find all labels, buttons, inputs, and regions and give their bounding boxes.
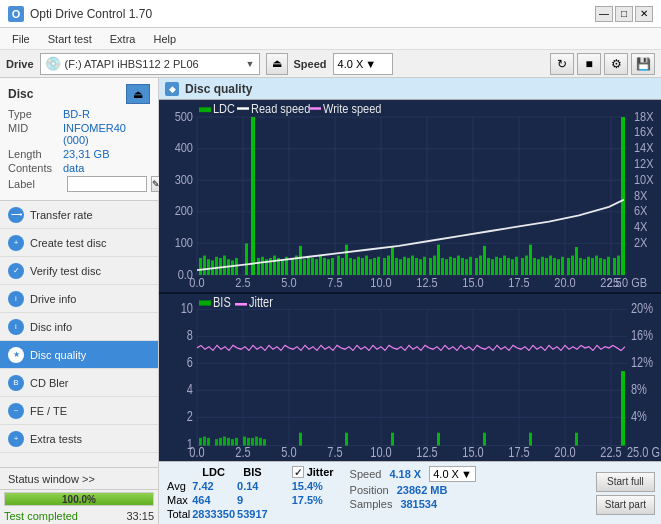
menubar: File Start test Extra Help	[0, 28, 661, 50]
settings-button[interactable]: ⚙	[604, 53, 628, 75]
svg-rect-140	[613, 258, 616, 275]
bis-col-header: BIS	[237, 466, 268, 478]
svg-rect-183	[227, 438, 230, 446]
svg-rect-103	[457, 256, 460, 275]
start-full-button[interactable]: Start full	[596, 472, 655, 492]
create-test-disc-label: Create test disc	[30, 237, 106, 249]
svg-rect-143	[199, 107, 211, 112]
status-window-button[interactable]: Status window >>	[0, 468, 158, 490]
sidebar-item-disc-quality[interactable]: ★ Disc quality	[0, 341, 158, 369]
eject-button[interactable]: ⏏	[266, 53, 288, 75]
svg-rect-123	[541, 257, 544, 275]
label-input[interactable]	[67, 176, 147, 192]
svg-rect-118	[521, 258, 524, 275]
contents-label: Contents	[8, 162, 63, 174]
status-complete-text: Test completed	[4, 510, 78, 522]
maximize-button[interactable]: □	[615, 6, 633, 22]
svg-rect-181	[219, 438, 222, 446]
svg-rect-104	[461, 258, 464, 275]
svg-rect-133	[583, 259, 586, 275]
svg-rect-191	[263, 439, 266, 445]
svg-rect-189	[255, 437, 258, 446]
sidebar: Disc ⏏ Type BD-R MID INFOMER40 (000) Len…	[0, 78, 159, 524]
sidebar-item-disc-info[interactable]: i Disc info	[0, 313, 158, 341]
svg-text:20.0: 20.0	[554, 445, 575, 461]
svg-rect-136	[595, 256, 598, 275]
svg-text:4%: 4%	[631, 409, 647, 425]
svg-rect-93	[415, 258, 418, 275]
svg-rect-68	[311, 258, 314, 275]
menu-start-test[interactable]: Start test	[40, 31, 100, 47]
drive-selector[interactable]: 💿 (F:) ATAPI iHBS112 2 PL06 ▼	[40, 53, 260, 75]
content-panel: ◆ Disc quality	[159, 78, 661, 524]
transfer-rate-icon: ⟶	[8, 207, 24, 223]
avg-jitter: 15.4%	[288, 480, 334, 492]
total-row-label: Total	[167, 508, 190, 520]
sidebar-item-extra-tests[interactable]: + Extra tests	[0, 425, 158, 453]
svg-rect-90	[403, 257, 406, 275]
menu-extra[interactable]: Extra	[102, 31, 144, 47]
samples-label: Samples	[350, 498, 393, 510]
sidebar-item-drive-info[interactable]: i Drive info	[0, 285, 158, 313]
svg-text:16X: 16X	[634, 124, 654, 139]
svg-rect-138	[603, 259, 606, 275]
extra-tests-icon: +	[8, 431, 24, 447]
nav-items: ⟶ Transfer rate + Create test disc ✓ Ver…	[0, 201, 158, 467]
svg-text:8: 8	[187, 328, 193, 344]
svg-text:5.0: 5.0	[281, 445, 296, 461]
sidebar-item-verify-test-disc[interactable]: ✓ Verify test disc	[0, 257, 158, 285]
svg-rect-61	[281, 259, 284, 275]
stop-button[interactable]: ■	[577, 53, 601, 75]
sidebar-item-transfer-rate[interactable]: ⟶ Transfer rate	[0, 201, 158, 229]
position-val: 23862 MB	[397, 484, 448, 496]
svg-rect-54	[251, 117, 255, 275]
svg-text:300: 300	[175, 172, 194, 187]
jitter-label: Jitter	[307, 466, 334, 478]
start-part-button[interactable]: Start part	[596, 495, 655, 515]
svg-rect-130	[571, 256, 574, 275]
minimize-button[interactable]: —	[595, 6, 613, 22]
svg-rect-120	[529, 245, 532, 275]
svg-rect-137	[599, 258, 602, 275]
jitter-checkbox[interactable]: ✓	[292, 466, 304, 478]
svg-text:15.0: 15.0	[462, 275, 484, 290]
refresh-button[interactable]: ↻	[550, 53, 574, 75]
svg-text:10.0: 10.0	[370, 275, 392, 290]
app-title: Opti Drive Control 1.70	[30, 7, 152, 21]
sidebar-item-fe-te[interactable]: ~ FE / TE	[0, 397, 158, 425]
save-button[interactable]: 💾	[631, 53, 655, 75]
svg-rect-109	[483, 246, 486, 275]
svg-rect-98	[437, 245, 440, 275]
disc-eject-icon[interactable]: ⏏	[126, 84, 150, 104]
total-ldc: 2833350	[192, 508, 235, 520]
svg-rect-91	[407, 258, 410, 275]
menu-help[interactable]: Help	[145, 31, 184, 47]
drive-info-icon: i	[8, 291, 24, 307]
svg-text:25.0 GB: 25.0 GB	[607, 275, 647, 290]
svg-text:2: 2	[187, 409, 193, 425]
sidebar-item-create-test-disc[interactable]: + Create test disc	[0, 229, 158, 257]
speed-selector[interactable]: 4.0 X ▼	[333, 53, 393, 75]
speed-dropdown[interactable]: 4.0 X ▼	[429, 466, 476, 482]
svg-rect-179	[207, 438, 210, 446]
svg-text:400: 400	[175, 140, 194, 155]
svg-text:2.5: 2.5	[235, 275, 250, 290]
toolbar-icons: ↻ ■ ⚙ 💾	[550, 53, 655, 75]
svg-text:14X: 14X	[634, 140, 654, 155]
svg-rect-85	[383, 258, 386, 275]
type-value: BD-R	[63, 108, 90, 120]
svg-rect-105	[465, 259, 468, 275]
svg-rect-199	[621, 371, 625, 446]
close-button[interactable]: ✕	[635, 6, 653, 22]
speed-value: 4.0 X	[338, 58, 364, 70]
svg-text:15.0: 15.0	[462, 445, 483, 461]
sidebar-item-cd-bler[interactable]: B CD Bler	[0, 369, 158, 397]
svg-rect-124	[545, 258, 548, 275]
transfer-rate-label: Transfer rate	[30, 209, 93, 221]
progress-bar-container: 100.0%	[4, 492, 154, 506]
svg-rect-149	[159, 294, 661, 461]
svg-rect-47	[215, 257, 218, 275]
svg-rect-70	[319, 256, 322, 275]
menu-file[interactable]: File	[4, 31, 38, 47]
svg-rect-102	[453, 258, 456, 275]
